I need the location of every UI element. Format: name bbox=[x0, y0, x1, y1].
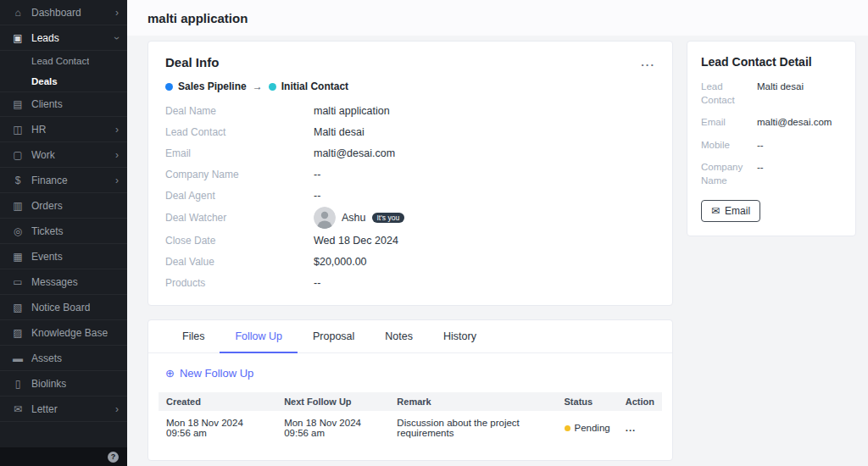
field-value: malti@desai.com bbox=[314, 147, 655, 159]
status-cell: Pending bbox=[557, 411, 618, 445]
notice-board-icon: ▧ bbox=[12, 302, 24, 313]
sidebar-item-assets[interactable]: ▬Assets bbox=[0, 346, 127, 371]
sidebar-item-knowledge-base[interactable]: ▨Knowledge Base bbox=[0, 320, 127, 346]
deal-field-row: Lead ContactMalti desai bbox=[165, 121, 655, 142]
home-icon: ⌂ bbox=[12, 7, 24, 19]
table-body: Mon 18 Nov 2024 09:56 amMon 18 Nov 2024 … bbox=[159, 411, 662, 445]
deal-info-card: Deal Info ... Sales Pipeline → Initial C… bbox=[147, 41, 673, 306]
field-value: Malti desai bbox=[314, 126, 655, 138]
email-button[interactable]: ✉ Email bbox=[701, 200, 760, 222]
deal-info-title: Deal Info bbox=[165, 55, 219, 69]
sidebar-item-label: Work bbox=[31, 149, 55, 161]
field-label: Email bbox=[701, 116, 748, 130]
sidebar-item-lead-contact[interactable]: Lead Contact bbox=[0, 51, 127, 71]
sidebar-item-orders[interactable]: ▥Orders bbox=[0, 193, 127, 219]
main-content: malti application Deal Info ... Sales Pi… bbox=[127, 0, 868, 466]
deal-field-row: Deal Value$20,000.00 bbox=[165, 251, 655, 272]
sidebar-item-notice-board[interactable]: ▧Notice Board bbox=[0, 295, 127, 320]
field-label: Lead Contact bbox=[701, 80, 748, 107]
tickets-icon: ◎ bbox=[12, 225, 24, 237]
sidebar-item-letter[interactable]: ✉Letter› bbox=[0, 397, 127, 422]
biolinks-icon: ▯ bbox=[12, 378, 24, 390]
field-value: $20,000.00 bbox=[314, 256, 655, 268]
stage-name: Initial Contact bbox=[281, 80, 348, 92]
field-label: Deal Value bbox=[165, 256, 314, 268]
field-label: Deal Agent bbox=[165, 190, 314, 202]
sidebar-item-label: Deals bbox=[31, 76, 58, 86]
sidebar-item-label: Orders bbox=[31, 200, 63, 212]
deal-field-row: Emailmalti@desai.com bbox=[165, 142, 655, 164]
field-value: -- bbox=[314, 277, 655, 289]
sidebar-item-tickets[interactable]: ◎Tickets bbox=[0, 219, 127, 244]
chevron-right-icon: › bbox=[115, 150, 119, 160]
sidebar-item-label: Leads bbox=[31, 32, 59, 44]
chevron-right-icon: › bbox=[115, 175, 119, 186]
field-value: Malti desai bbox=[757, 80, 842, 94]
field-value: AshuIt's you bbox=[314, 207, 655, 229]
sidebar-item-label: Events bbox=[31, 251, 63, 263]
field-label: Lead Contact bbox=[165, 126, 314, 138]
sidebar-item-leads[interactable]: ▣Leads› bbox=[0, 25, 127, 51]
left-column: Deal Info ... Sales Pipeline → Initial C… bbox=[147, 41, 673, 461]
detail-field-row: Mobile-- bbox=[701, 139, 842, 153]
row-action-button[interactable]: ... bbox=[618, 411, 662, 445]
field-label: Deal Name bbox=[165, 105, 314, 117]
column-header: Action bbox=[618, 392, 662, 411]
sidebar-item-messages[interactable]: ▭Messages bbox=[0, 269, 127, 295]
sidebar-item-label: Knowledge Base bbox=[31, 327, 108, 339]
pipeline-dot-icon bbox=[165, 83, 173, 91]
sidebar-item-deals[interactable]: Deals bbox=[0, 71, 127, 92]
detail-field-row: Company Name-- bbox=[701, 161, 842, 187]
messages-icon: ▭ bbox=[12, 276, 24, 288]
arrow-icon: → bbox=[253, 80, 263, 92]
help-icon[interactable]: ? bbox=[108, 452, 119, 463]
field-label: Company Name bbox=[165, 169, 314, 180]
sidebar-item-dashboard[interactable]: ⌂Dashboard› bbox=[0, 0, 127, 25]
new-follow-up-label: New Follow Up bbox=[180, 367, 253, 380]
sidebar-item-label: Finance bbox=[31, 175, 68, 186]
new-follow-up-link[interactable]: ⊕ New Follow Up bbox=[165, 367, 253, 380]
tab-files[interactable]: Files bbox=[167, 320, 220, 352]
content-area: Deal Info ... Sales Pipeline → Initial C… bbox=[127, 36, 868, 461]
field-label: Mobile bbox=[701, 139, 748, 153]
deal-field-row: Deal WatcherAshuIt's you bbox=[165, 206, 655, 230]
mail-icon: ✉ bbox=[711, 206, 720, 216]
plus-circle-icon: ⊕ bbox=[165, 368, 175, 379]
deal-field-row: Close DateWed 18 Dec 2024 bbox=[165, 230, 655, 251]
sidebar-item-hr[interactable]: ◫HR› bbox=[0, 117, 127, 142]
column-header: Status bbox=[557, 392, 618, 411]
sidebar-item-label: HR bbox=[31, 124, 46, 136]
sidebar-item-label: Lead Contact bbox=[31, 56, 89, 66]
tab-notes[interactable]: Notes bbox=[370, 320, 428, 352]
sidebar-item-label: Clients bbox=[31, 98, 63, 110]
deal-field-row: Company Name-- bbox=[165, 164, 655, 185]
detail-field-row: Lead ContactMalti desai bbox=[701, 80, 842, 107]
field-value: -- bbox=[314, 190, 655, 202]
sidebar-item-events[interactable]: ▦Events bbox=[0, 244, 127, 269]
field-label: Email bbox=[165, 147, 314, 159]
remark-cell: Discussion about the project requirement… bbox=[389, 411, 556, 445]
pipeline-status: Sales Pipeline → Initial Contact bbox=[165, 80, 655, 92]
events-icon: ▦ bbox=[12, 251, 24, 263]
follow-up-table: CreatedNext Follow UpRemarkStatusAction … bbox=[159, 392, 662, 445]
field-value: malti application bbox=[314, 105, 655, 117]
lead-detail-fields: Lead ContactMalti desaiEmailmalti@desai.… bbox=[701, 80, 842, 187]
field-label: Deal Watcher bbox=[165, 212, 314, 224]
deal-info-header: Deal Info ... bbox=[165, 55, 655, 69]
deal-tabs-card: FilesFollow UpProposalNotesHistory ⊕ New… bbox=[147, 319, 673, 461]
chevron-right-icon: › bbox=[115, 8, 119, 18]
field-label: Close Date bbox=[165, 235, 314, 247]
deal-info-menu-button[interactable]: ... bbox=[641, 56, 655, 69]
column-header: Next Follow Up bbox=[276, 392, 389, 411]
tab-proposal[interactable]: Proposal bbox=[298, 320, 370, 352]
column-header: Created bbox=[159, 392, 276, 411]
sidebar-item-clients[interactable]: ▤Clients bbox=[0, 92, 127, 117]
tab-follow-up[interactable]: Follow Up bbox=[220, 320, 298, 352]
sidebar-item-biolinks[interactable]: ▯Biolinks bbox=[0, 371, 127, 397]
sidebar-item-work[interactable]: ▢Work› bbox=[0, 142, 127, 168]
tab-history[interactable]: History bbox=[428, 320, 492, 352]
field-label: Company Name bbox=[701, 161, 748, 187]
sidebar-item-label: Tickets bbox=[31, 225, 64, 237]
deal-fields: Deal Namemalti applicationLead ContactMa… bbox=[165, 100, 655, 293]
sidebar-item-finance[interactable]: $Finance› bbox=[0, 168, 127, 193]
